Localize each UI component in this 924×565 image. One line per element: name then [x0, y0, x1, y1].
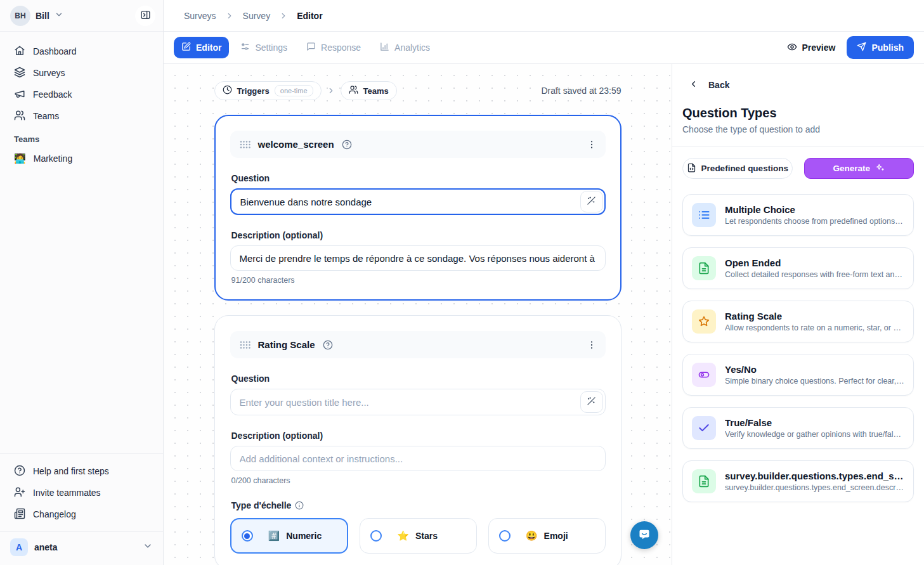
scale-option-label: Emoji: [544, 531, 568, 541]
card-menu-button[interactable]: [587, 340, 597, 350]
publish-button[interactable]: Publish: [847, 36, 914, 59]
collapse-sidebar-button[interactable]: [135, 6, 155, 26]
sidebar-item-feedback[interactable]: Feedback: [6, 84, 157, 105]
sidebar-item-dashboard[interactable]: Dashboard: [6, 41, 157, 62]
help-circle-icon[interactable]: [323, 340, 333, 350]
sidebar-item-label: Feedback: [33, 89, 72, 100]
scale-type-label: Type d'échelle: [231, 500, 606, 510]
generate-button[interactable]: Generate: [804, 158, 914, 179]
sidebar-item-teams[interactable]: Teams: [6, 105, 157, 127]
panel-subtitle: Choose the type of question to add: [682, 124, 914, 134]
tab-analytics[interactable]: Analytics: [372, 37, 438, 58]
sparkles-icon: [875, 163, 885, 174]
question-card-rating-scale[interactable]: Rating Scale Question Descri: [214, 315, 621, 565]
breadcrumb-surveys[interactable]: Surveys: [184, 11, 216, 21]
question-type-title: Rating Scale: [725, 311, 904, 321]
description-field-label: Description (optional): [231, 431, 606, 441]
question-card-header: Rating Scale: [230, 331, 606, 358]
sliders-icon: [240, 42, 250, 53]
panel-title: Question Types: [682, 106, 914, 120]
question-type-title: Yes/No: [725, 364, 904, 375]
info-icon[interactable]: [295, 501, 304, 510]
question-type-rating-scale[interactable]: Rating Scale Allow respondents to rate o…: [682, 301, 914, 342]
users-icon: [349, 85, 358, 96]
question-title-input[interactable]: [230, 389, 606, 415]
question-title-input[interactable]: [230, 188, 606, 215]
breadcrumb-survey[interactable]: Survey: [243, 11, 271, 21]
star-icon: [692, 309, 716, 334]
question-type-end-screen[interactable]: survey.builder.questions.types.end_scr..…: [682, 460, 914, 502]
question-card-welcome-screen[interactable]: welcome_screen Question Desc: [214, 115, 621, 301]
question-type-open-ended[interactable]: Open Ended Collect detailed responses wi…: [682, 247, 914, 289]
triggers-label: Triggers: [237, 86, 270, 96]
canvas-header-row: Triggers one-time Teams Draft saved at 2…: [214, 81, 621, 100]
char-counter: 91/200 characters: [231, 276, 606, 285]
scale-option-numeric[interactable]: #️⃣ Numeric: [230, 518, 349, 554]
teams-chip[interactable]: Teams: [341, 81, 397, 100]
predefined-questions-button[interactable]: Predefined questions: [682, 158, 793, 179]
back-button[interactable]: Back: [682, 78, 914, 92]
app-window: BH Bill Dashboard Surveys: [0, 0, 924, 565]
org-switcher[interactable]: A aneta: [0, 532, 163, 565]
question-type-true-false[interactable]: True/False Verify knowledge or gather op…: [682, 407, 914, 449]
chevron-down-icon: [55, 10, 63, 22]
question-type-multiple-choice[interactable]: Multiple Choice Let respondents choose f…: [682, 194, 914, 236]
one-time-badge: one-time: [275, 85, 313, 96]
question-type-title: Open Ended: [725, 257, 904, 268]
team-emoji: 🧑‍💻: [14, 153, 26, 164]
scale-option-emoji[interactable]: 😃 Emoji: [488, 518, 606, 554]
question-type-desc: Let respondents choose from predefined o…: [725, 217, 904, 226]
divider: [672, 146, 924, 146]
ai-rewrite-button[interactable]: [580, 391, 603, 413]
chevron-right-icon: [279, 11, 288, 20]
description-input[interactable]: [230, 245, 606, 271]
preview-button[interactable]: Preview: [779, 37, 843, 59]
sidebar-footer: Help and first steps Invite teammates Ch…: [0, 453, 163, 565]
sidebar-header: BH Bill: [0, 0, 163, 32]
predefined-questions-label: Predefined questions: [701, 164, 788, 173]
home-icon: [14, 45, 25, 58]
tab-label: Response: [321, 42, 361, 53]
question-type-desc: Collect detailed responses with free-for…: [725, 270, 904, 279]
user-avatar[interactable]: BH: [10, 6, 30, 26]
tab-label: Editor: [196, 42, 221, 53]
chevron-down-icon: [143, 541, 153, 554]
tab-response[interactable]: Response: [299, 37, 368, 58]
megaphone-icon: [14, 88, 25, 101]
newspaper-icon: [14, 508, 25, 521]
sidebar-item-changelog[interactable]: Changelog: [6, 503, 157, 525]
toggle-icon: [692, 363, 716, 387]
scale-type-label-text: Type d'échelle: [231, 500, 292, 510]
support-chat-button[interactable]: [630, 521, 658, 549]
list-icon: [692, 203, 716, 227]
tab-label: Analytics: [394, 42, 430, 53]
ai-rewrite-button[interactable]: [580, 191, 603, 212]
wand-sparkles-icon: [587, 196, 596, 207]
generate-label: Generate: [833, 164, 870, 173]
description-input[interactable]: [230, 446, 606, 471]
scale-option-stars[interactable]: ⭐ Stars: [360, 518, 477, 554]
sidebar-item-label: Invite teammates: [33, 488, 101, 498]
drag-handle-icon[interactable]: [239, 140, 251, 150]
triggers-chip[interactable]: Triggers one-time: [214, 81, 322, 100]
sidebar-item-invite[interactable]: Invite teammates: [6, 482, 157, 503]
sidebar-item-label: Surveys: [33, 68, 65, 78]
numeric-emoji: #️⃣: [268, 530, 280, 542]
radio-checked-icon: [242, 530, 253, 542]
help-circle-icon[interactable]: [342, 140, 352, 150]
card-menu-button[interactable]: [587, 140, 597, 150]
sidebar-item-help[interactable]: Help and first steps: [6, 460, 157, 482]
question-type-yes-no[interactable]: Yes/No Simple binary choice questions. P…: [682, 354, 914, 396]
sidebar-item-surveys[interactable]: Surveys: [6, 62, 157, 84]
question-type-desc: Allow respondents to rate on a numeric, …: [725, 323, 904, 332]
layers-icon: [14, 67, 25, 80]
tab-settings[interactable]: Settings: [233, 37, 295, 58]
question-type-desc: Verify knowledge or gather opinions with…: [725, 430, 904, 439]
draft-status: Draft saved at 23:59: [541, 86, 621, 96]
drag-handle-icon[interactable]: [239, 340, 251, 350]
user-name[interactable]: Bill: [36, 11, 49, 21]
sidebar-item-marketing[interactable]: 🧑‍💻 Marketing: [6, 148, 157, 169]
radio-icon: [370, 530, 382, 542]
sidebar: BH Bill Dashboard Surveys: [0, 0, 164, 565]
tab-editor[interactable]: Editor: [174, 37, 229, 58]
